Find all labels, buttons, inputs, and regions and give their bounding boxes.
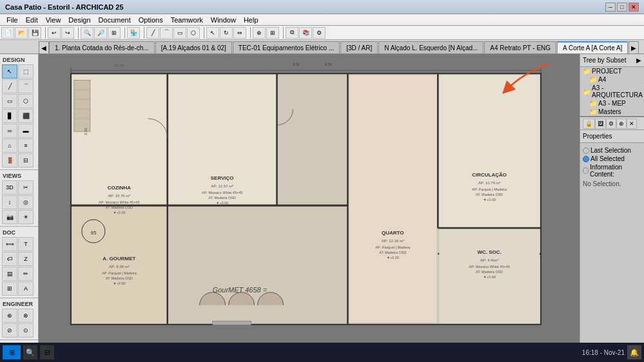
menu-options[interactable]: Options (135, 16, 167, 24)
tab-scroll-left[interactable]: ◀ (39, 41, 49, 53)
eng-tool3[interactable]: ⊘ (2, 323, 17, 338)
rotate-button[interactable]: ↻ (220, 27, 233, 39)
snap-button[interactable]: ⊕ (253, 27, 266, 39)
rect-button[interactable]: ▭ (173, 27, 186, 39)
maximize-button[interactable]: □ (617, 3, 627, 12)
zoom-in-button[interactable]: 🔍 (81, 27, 93, 39)
zoom-out-button[interactable]: 🔎 (94, 27, 107, 39)
label-tool[interactable]: 🏷 (2, 252, 17, 266)
search-taskbar[interactable]: 🔍 (23, 345, 37, 359)
menu-document[interactable]: Document (95, 16, 135, 24)
tab-a4-retrato[interactable]: A4 Retrato PT - ENG (484, 41, 556, 53)
eng-tool2[interactable]: ⊗ (18, 309, 34, 323)
a-tool[interactable]: A (18, 281, 34, 296)
window-tool[interactable]: ⊟ (18, 153, 34, 167)
elevation-tool[interactable]: ↕ (2, 195, 17, 209)
store-button[interactable]: 🏪 (127, 27, 140, 39)
eng-tool4[interactable]: ⊙ (18, 323, 34, 338)
props-btn3[interactable]: ⚙ (606, 119, 616, 129)
mep-folder-icon: 📁 (589, 100, 597, 107)
props-btn5[interactable]: ✕ (627, 119, 637, 129)
menu-edit[interactable]: Edit (22, 16, 42, 24)
prop-all-selected[interactable]: All Selected (583, 155, 641, 162)
undo-button[interactable]: ↩ (48, 27, 61, 39)
redo-button[interactable]: ↪ (61, 27, 74, 39)
prop-info-content[interactable]: Information Content: (583, 164, 641, 178)
props-btn2[interactable]: 🖼 (595, 119, 606, 129)
tab-planta-cotada[interactable]: 1. Planta Cotada do Rés-de-ch... (49, 41, 155, 53)
start-button[interactable]: ⊞ (3, 345, 21, 359)
tab-corte-a[interactable]: A Corte A [A Corte A] (557, 41, 628, 53)
tree-item-project[interactable]: 📁 PROJECT (580, 67, 644, 75)
tab-alcado-esq[interactable]: N Alçado L. Esquerdo [N Alçad... (378, 41, 483, 53)
zone-tool[interactable]: Z (18, 252, 34, 266)
tree-content: 📁 PROJECT 📁 A4 📁 A3 - ARQUITECTURA 📁 A3 (580, 67, 644, 116)
fill-tool[interactable]: ▤ (2, 267, 17, 281)
line-tool[interactable]: ╱ (2, 79, 17, 93)
canvas-area[interactable]: 95 5° COZINHA AP: 10.76 m² AP: Mosaico W… (39, 54, 580, 350)
stair-tool[interactable]: ≡ (18, 138, 34, 153)
tab-scroll-right[interactable]: ▶ (629, 41, 639, 53)
menu-teamwork[interactable]: Teamwork (167, 16, 207, 24)
sun-tool[interactable]: ☀ (18, 210, 34, 224)
library-button[interactable]: 📚 (299, 27, 312, 39)
svg-text:0.74: 0.74 (326, 62, 332, 66)
menu-design[interactable]: Design (64, 16, 94, 24)
close-button[interactable]: ✕ (629, 3, 639, 12)
select-button[interactable]: ↖ (206, 27, 219, 39)
settings-button[interactable]: ⚙ (313, 27, 326, 39)
tree-item-a4[interactable]: 📁 A4 (580, 75, 644, 84)
menu-window[interactable]: Window (207, 16, 240, 24)
poly-button[interactable]: ⬡ (187, 27, 200, 39)
notification-area[interactable]: 🔔 (627, 345, 641, 359)
tree-masters-label: Masters (598, 108, 621, 115)
menu-help[interactable]: Help (240, 16, 262, 24)
layer-button[interactable]: ⧉ (286, 27, 298, 39)
poly-tool[interactable]: ⬡ (18, 94, 34, 108)
svg-text:AP: 10.78 m²: AP: 10.78 m² (478, 181, 501, 185)
minimize-button[interactable]: ─ (605, 3, 616, 12)
door-tool[interactable]: 🚪 (2, 153, 17, 167)
section-tool[interactable]: ✂ (18, 180, 34, 195)
slab-tool[interactable]: ▬ (18, 124, 34, 138)
tab-alcados[interactable]: [A.19 Alçados 01 & 02] (155, 41, 232, 53)
line-button[interactable]: ╱ (146, 27, 159, 39)
new-button[interactable]: 📄 (1, 27, 14, 39)
arc-button[interactable]: ⌒ (160, 27, 173, 39)
detail-tool[interactable]: ◎ (18, 195, 34, 209)
eng-tool1[interactable]: ⊕ (2, 309, 17, 323)
open-button[interactable]: 📂 (15, 27, 28, 39)
grid-button[interactable]: ⊞ (266, 27, 279, 39)
beam-tool[interactable]: ═ (2, 124, 17, 138)
text-tool[interactable]: T (18, 237, 34, 251)
rect-tool[interactable]: ▭ (2, 94, 17, 108)
props-btn4[interactable]: ⊕ (616, 119, 627, 129)
tree-header-label: Tree by Subset (583, 57, 626, 64)
camera-tool[interactable]: 📷 (2, 210, 17, 224)
roof-tool[interactable]: ⌂ (2, 138, 17, 153)
prop-last-selection[interactable]: Last Selection (583, 147, 641, 154)
3d-view-tool[interactable]: 3D (2, 180, 17, 195)
taskview-button[interactable]: ⊟ (40, 345, 54, 359)
mirror-button[interactable]: ⇔ (233, 27, 246, 39)
tab-3d-ar[interactable]: [3D / AR] (340, 41, 378, 53)
tree-item-mep[interactable]: 📁 A3 - MEP (580, 99, 644, 108)
cursor-tool[interactable]: ↖ (2, 64, 17, 79)
draw-tool[interactable]: ✏ (18, 267, 34, 281)
fit-button[interactable]: ⊞ (108, 27, 121, 39)
tree-expand-button[interactable]: ▶ (636, 57, 641, 64)
wall-tool[interactable]: ▊ (2, 109, 17, 123)
tree-item-masters[interactable]: 📁 Masters (580, 108, 644, 116)
column-tool[interactable]: ⬛ (18, 109, 34, 123)
tab-tec01[interactable]: TEC-01 Equipamentos Elétrico ... (233, 41, 340, 53)
tree-item-arquitectura[interactable]: 📁 A3 - ARQUITECTURA (580, 84, 644, 99)
figure-tool[interactable]: ⊞ (2, 281, 17, 296)
dim-tool[interactable]: ⟺ (2, 237, 17, 251)
menu-file[interactable]: File (3, 16, 22, 24)
arc-tool[interactable]: ⌒ (18, 79, 34, 93)
props-btn1[interactable]: 🔒 (583, 119, 595, 129)
floor-plan-drawing: 95 5° COZINHA AP: 10.76 m² AP: Mosaico W… (39, 54, 580, 350)
menu-view[interactable]: View (42, 16, 65, 24)
save-button[interactable]: 💾 (28, 27, 41, 39)
marquee-tool[interactable]: ⬚ (18, 64, 34, 79)
